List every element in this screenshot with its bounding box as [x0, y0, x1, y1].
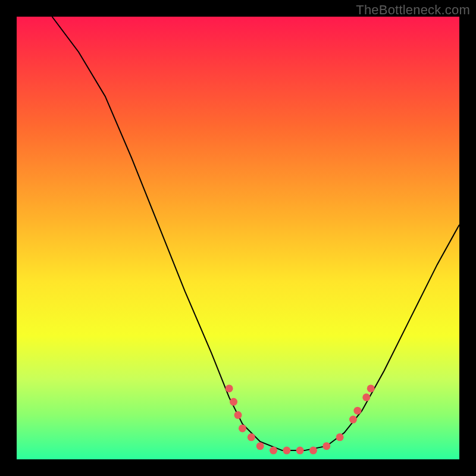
- curve-marker: [283, 447, 290, 455]
- plot-area: [17, 17, 459, 459]
- curve-marker: [239, 424, 246, 432]
- curve-marker: [270, 447, 277, 455]
- curve-marker: [296, 447, 304, 455]
- bottleneck-curve: [52, 17, 459, 450]
- watermark-text: TheBottleneck.com: [356, 2, 470, 18]
- curve-marker: [226, 384, 233, 392]
- curve-marker: [248, 433, 255, 441]
- curve-marker: [336, 433, 344, 441]
- curve-marker: [234, 411, 242, 419]
- curve-marker: [230, 398, 237, 406]
- curve-markers: [226, 384, 375, 454]
- curve-marker: [353, 407, 361, 415]
- curve-marker: [362, 393, 370, 401]
- curve-marker: [349, 416, 357, 424]
- curve-marker: [367, 384, 375, 392]
- curve-marker: [322, 442, 330, 450]
- chart-frame: TheBottleneck.com: [0, 0, 476, 476]
- curve-marker: [309, 447, 317, 455]
- curve-layer: [17, 17, 459, 459]
- curve-marker: [256, 442, 264, 450]
